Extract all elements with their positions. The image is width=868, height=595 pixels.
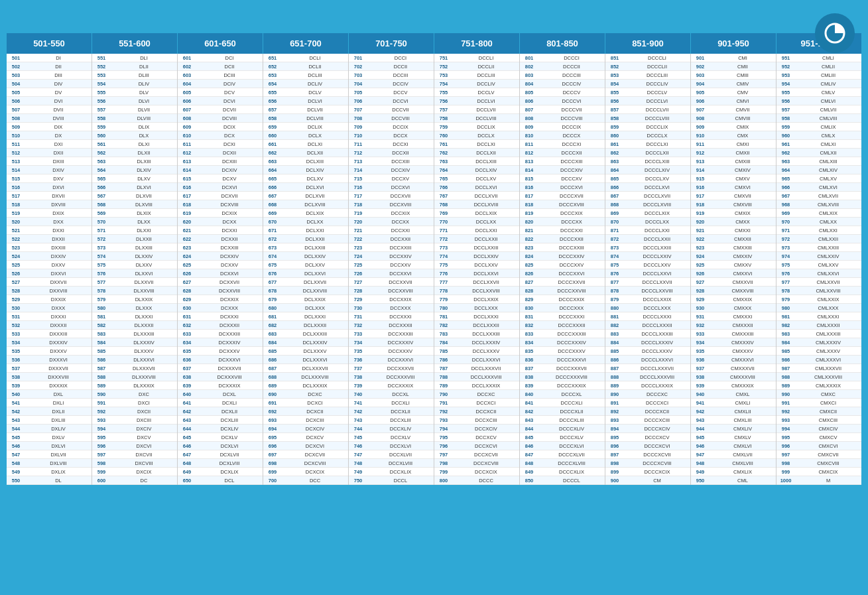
table-row: 766DCCLXVI — [434, 183, 519, 192]
table-row: 990CMXC — [776, 390, 861, 399]
roman-cell: DCCV — [367, 88, 434, 96]
number-cell: 538 — [7, 373, 25, 381]
table-row: 910CMX — [691, 131, 776, 140]
number-cell: 764 — [434, 166, 453, 174]
table-row: 947CMXLVII — [691, 450, 776, 459]
number-cell: 753 — [434, 71, 453, 79]
roman-cell: DLXXI — [111, 226, 177, 234]
roman-cell: DXXXV — [25, 347, 92, 355]
table-row: 574DLXXIV — [92, 252, 177, 261]
number-cell: 506 — [7, 97, 25, 105]
table-row: 702DCCII — [349, 62, 434, 71]
number-cell: 795 — [434, 433, 453, 441]
table-row: 885DCCCLXXXV — [605, 347, 690, 356]
number-cell: 984 — [776, 338, 795, 346]
roman-cell: DXXVIII — [25, 287, 92, 295]
roman-cell: DCV — [196, 88, 263, 96]
number-cell: 776 — [434, 269, 453, 277]
table-row: 672DCLXXII — [263, 235, 348, 243]
number-cell: 739 — [349, 381, 367, 389]
table-row: 960CMLX — [776, 131, 861, 140]
table-row: 915CMXV — [691, 174, 776, 183]
number-cell: 944 — [691, 425, 710, 432]
table-row: 589DLXXXIX — [92, 381, 177, 390]
roman-cell: DCCCLXXVII — [624, 278, 690, 286]
table-row: 528DXXVIII — [7, 287, 92, 295]
number-cell: 771 — [434, 226, 453, 234]
roman-cell: DCXXXVIII — [196, 373, 263, 381]
number-cell: 870 — [605, 218, 624, 226]
table-row: 985CMLXXXV — [776, 347, 861, 356]
roman-cell: CMLXXXII — [795, 321, 861, 329]
table-row: 516DXVI — [7, 183, 92, 192]
roman-cell: DXXIX — [25, 295, 92, 303]
table-row: 617DCXVII — [178, 192, 263, 200]
roman-cell: DCXVIII — [196, 200, 263, 208]
number-cell: 920 — [691, 218, 710, 226]
roman-cell: CMLXXVIII — [795, 287, 861, 295]
table-row: 612DCXII — [178, 149, 263, 157]
number-cell: 943 — [691, 416, 710, 424]
table-row: 684DCLXXXIV — [263, 338, 348, 347]
table-row: 534DXXXIV — [7, 338, 92, 347]
number-cell: 701 — [349, 54, 367, 62]
roman-cell: DXC — [111, 390, 177, 398]
table-row: 548DXLVIII — [7, 459, 92, 468]
number-cell: 512 — [7, 149, 25, 157]
roman-cell: CMXXXIX — [710, 381, 776, 389]
roman-cell: DCXCI — [282, 399, 348, 407]
table-row: 913CMXIII — [691, 157, 776, 166]
roman-cell: CMXXXVII — [710, 364, 776, 372]
number-cell: 945 — [691, 433, 710, 441]
roman-cell: CMV — [710, 88, 776, 96]
number-cell: 979 — [776, 295, 795, 303]
table-row: 554DLIV — [92, 80, 177, 88]
number-cell: 689 — [263, 381, 282, 389]
number-cell: 565 — [92, 174, 111, 182]
table-row: 639DCXXXIX — [178, 381, 263, 390]
roman-cell: DCLXXII — [282, 235, 348, 243]
number-cell: 760 — [434, 131, 453, 139]
number-cell: 813 — [520, 157, 538, 165]
roman-cell: DCCXII — [367, 149, 434, 157]
number-cell: 894 — [605, 425, 624, 432]
roman-cell: DCLXXXI — [282, 312, 348, 320]
table-row: 694DCXCIV — [263, 425, 348, 433]
table-row: 625DCXXV — [178, 261, 263, 269]
number-cell: 845 — [520, 433, 538, 441]
roman-cell: DCCXLIV — [367, 425, 434, 432]
number-cell: 848 — [520, 459, 538, 467]
number-cell: 705 — [349, 88, 367, 96]
table-row: 616DCXVI — [178, 183, 263, 192]
roman-cell: DCXXVI — [196, 269, 263, 277]
number-cell: 560 — [92, 131, 111, 139]
number-cell: 816 — [520, 183, 538, 191]
table-row: 559DLIX — [92, 123, 177, 131]
number-cell: 763 — [434, 157, 453, 165]
table-row: 679DCLXXIX — [263, 295, 348, 304]
roman-cell: CMXLV — [710, 433, 776, 441]
number-cell: 972 — [776, 235, 795, 243]
table-row: 928CMXXVIII — [691, 287, 776, 295]
number-cell: 856 — [605, 97, 624, 105]
table-row: 870DCCCLXX — [605, 218, 690, 226]
number-cell: 697 — [263, 450, 282, 458]
table-row: 906CMVI — [691, 97, 776, 105]
table-row: 593DXCIII — [92, 416, 177, 425]
roman-cell: DCXXXV — [196, 347, 263, 355]
number-cell: 640 — [178, 390, 196, 398]
number-cell: 957 — [776, 105, 795, 113]
roman-cell: DCCCLVIII — [624, 114, 690, 122]
number-cell: 585 — [92, 347, 111, 355]
roman-cell: DCCCLXVI — [624, 183, 690, 191]
table-row: 987CMLXXXVII — [776, 364, 861, 373]
roman-cell: DCXXXVI — [196, 356, 263, 364]
table-row: 1000M — [776, 476, 861, 485]
table-row: 922CMXXII — [691, 235, 776, 243]
roman-cell: DCCCL — [538, 476, 605, 484]
roman-cell: DCCCXVII — [538, 192, 605, 200]
table-row: 996CMXCVI — [776, 442, 861, 450]
number-cell: 841 — [520, 399, 538, 407]
section-651-700: 651DCLI652DCLII653DCLIII654DCLIV655DCLV6… — [263, 54, 349, 485]
table-row: 656DCLVI — [263, 97, 348, 105]
